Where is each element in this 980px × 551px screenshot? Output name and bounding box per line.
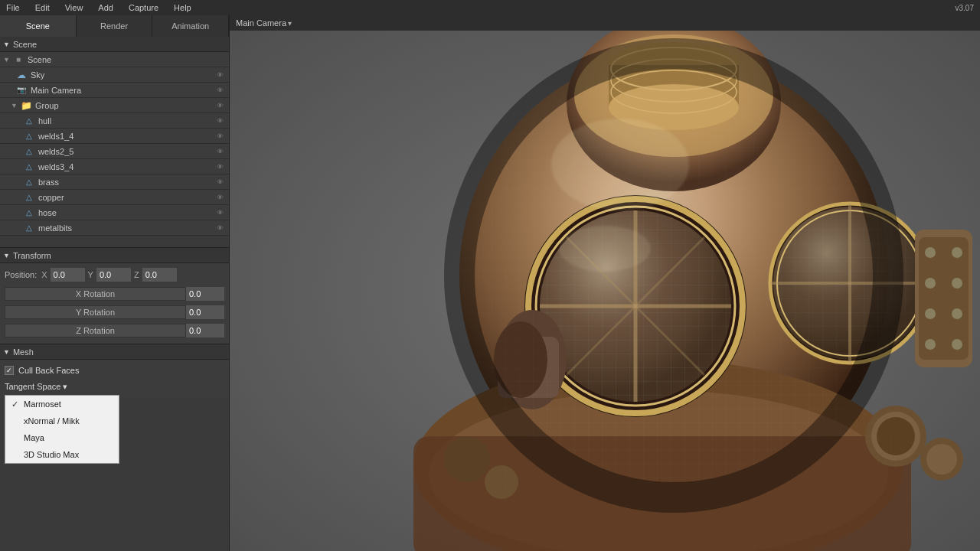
welds1-mesh-icon: △ [23,130,35,142]
scene-collapse-icon: ▼ [3,41,10,48]
tree-item-group[interactable]: ▼ 📁 Group 👁 [0,98,229,113]
z-rotation-row: Z Rotation [5,322,224,339]
x-rotation-row: X Rotation [5,285,224,302]
hose-visibility-icon[interactable]: 👁 [214,209,226,217]
menu-edit[interactable]: Edit [32,3,53,12]
mesh-header-label: Mesh [13,347,34,357]
viewport-camera-dropdown-icon[interactable]: ▾ [288,19,292,28]
hose-mesh-icon: △ [23,207,35,219]
sky-label: Sky [31,70,214,80]
menubar: File Edit View Add Capture Help v3.07 [0,0,980,15]
menu-capture[interactable]: Capture [126,3,162,12]
menu-view[interactable]: View [62,3,87,12]
tree-item-copper[interactable]: △ copper 👁 [0,190,229,205]
group-icon: 📁 [20,99,32,112]
viewport-3d-area[interactable] [230,31,980,551]
tree-item-metalbits[interactable]: △ metalbits 👁 [0,220,229,236]
transform-collapse-icon: ▼ [3,252,10,259]
tangent-option-xnormal[interactable]: xNormal / Mikk [5,412,119,429]
position-y-input[interactable] [96,268,131,282]
welds3-label: welds3_4 [38,162,214,171]
z-rotation-slider[interactable]: Z Rotation [5,324,186,337]
welds2-mesh-icon: △ [23,145,35,158]
y-rotation-label: Y Rotation [76,308,115,317]
transform-section-header[interactable]: ▼ Transform [0,248,229,263]
welds3-mesh-icon: △ [23,161,35,173]
tangent-option-maya[interactable]: Maya [5,429,119,446]
tree-item-welds1[interactable]: △ welds1_4 👁 [0,129,229,144]
sky-icon: ☁ [15,69,28,81]
y-rotation-slider[interactable]: Y Rotation [5,305,186,319]
z-rotation-label: Z Rotation [76,326,115,335]
welds2-visibility-icon[interactable]: 👁 [214,148,226,155]
menu-help[interactable]: Help [171,3,194,12]
scene-header-label: Scene [13,40,37,49]
xnormal-option-label: xNormal / Mikk [24,416,80,425]
tree-item-brass[interactable]: △ brass 👁 [0,174,229,190]
tree-item-welds2[interactable]: △ welds2_5 👁 [0,144,229,159]
y-rotation-input[interactable] [186,305,224,319]
menu-file[interactable]: File [3,3,23,12]
sky-visibility-icon[interactable]: 👁 [214,71,226,79]
welds2-label: welds2_5 [38,147,214,156]
tab-scene[interactable]: Scene [0,15,77,37]
metalbits-label: metalbits [38,223,214,233]
svg-point-38 [925,278,936,289]
position-row: Position: X Y Z [5,266,224,283]
tree-item-scene[interactable]: ▼ ■ Scene [0,52,229,67]
group-label: Group [35,101,214,110]
viewport-camera-label: Main Camera [236,18,286,28]
tree-item-welds3[interactable]: △ welds3_4 👁 [0,159,229,174]
scene-tree: ▼ ■ Scene ☁ Sky 👁 📷 Main Camera 👁 [0,52,229,247]
copper-label: copper [38,193,214,202]
cull-back-faces-checkbox[interactable]: ✓ [5,366,14,375]
tab-render[interactable]: Render [77,15,153,37]
tangent-space-label: Tangent Space ▾ [5,382,67,392]
3dsmax-option-label: 3D Studio Max [24,450,79,459]
position-x-input[interactable] [51,268,85,282]
marmoset-option-label: Marmoset [24,399,61,409]
mesh-content: ✓ Cull Back Faces Tangent Space ▾ ✓ Marm… [0,360,229,398]
hull-visibility-icon[interactable]: 👁 [214,117,226,125]
svg-point-39 [952,278,962,289]
camera-label: Main Camera [31,86,214,95]
tree-item-hose[interactable]: △ hose 👁 [0,205,229,220]
cull-back-faces-label: Cull Back Faces [18,366,79,375]
welds1-visibility-icon[interactable]: 👁 [214,132,226,140]
y-rotation-row: Y Rotation [5,304,224,321]
viewport[interactable]: Main Camera ▾ [230,15,980,551]
tree-item-camera[interactable]: 📷 Main Camera 👁 [0,83,229,98]
mesh-collapse-icon: ▼ [3,348,10,356]
x-rotation-label: X Rotation [76,289,115,298]
tree-item-sky[interactable]: ☁ Sky 👁 [0,67,229,83]
welds3-visibility-icon[interactable]: 👁 [214,163,226,171]
z-axis-label: Z [134,270,139,279]
cull-checkmark: ✓ [6,367,12,374]
scene-section-header[interactable]: ▼ Scene [0,37,229,52]
transform-content: Position: X Y Z X Rotation [0,263,229,344]
x-rotation-input[interactable] [186,287,224,301]
brass-mesh-icon: △ [23,176,35,188]
menu-add[interactable]: Add [95,3,116,12]
cull-back-faces-row: ✓ Cull Back Faces [5,363,224,378]
brass-visibility-icon[interactable]: 👁 [214,178,226,186]
tree-item-hull[interactable]: △ hull 👁 [0,113,229,129]
tab-animation[interactable]: Animation [152,15,229,37]
scene-section: ▼ Scene ▼ ■ Scene ☁ Sky 👁 📷 [0,37,229,247]
copper-visibility-icon[interactable]: 👁 [214,194,226,201]
tangent-option-3dsmax[interactable]: 3D Studio Max [5,446,119,463]
y-axis-label: Y [88,270,93,279]
camera-visibility-icon[interactable]: 👁 [214,86,226,94]
z-rotation-input[interactable] [186,324,224,337]
mesh-section-header[interactable]: ▼ Mesh [0,344,229,360]
mesh-section: ▼ Mesh ✓ Cull Back Faces Tangent Space ▾ [0,344,229,398]
group-visibility-icon[interactable]: 👁 [214,102,226,109]
x-rotation-slider[interactable]: X Rotation [5,287,186,301]
position-z-input[interactable] [142,268,177,282]
svg-point-43 [952,339,962,350]
viewport-header: Main Camera ▾ [230,15,980,31]
scene-label: Scene [28,55,229,64]
tangent-option-marmoset[interactable]: ✓ Marmoset [5,396,119,412]
metalbits-visibility-icon[interactable]: 👁 [214,224,226,232]
svg-point-41 [952,308,962,319]
